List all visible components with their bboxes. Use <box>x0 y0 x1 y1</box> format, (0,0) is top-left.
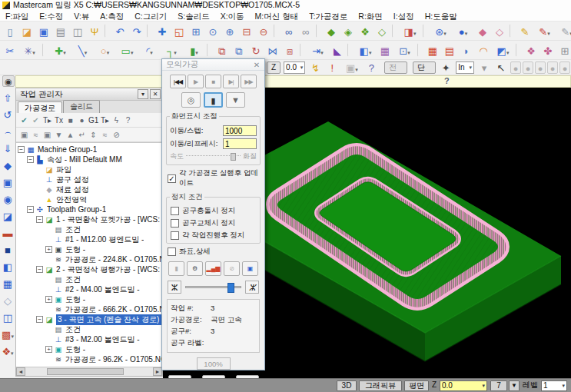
menu-item[interactable]: H:도움말 <box>420 11 463 22</box>
toolpath-display-icon[interactable]: ≈ <box>30 128 41 141</box>
stop-button[interactable]: ■ <box>205 75 221 88</box>
solid-block-icon[interactable]: ■ <box>1 241 15 258</box>
checkbox-checked-icon[interactable]: ✓ <box>168 174 176 183</box>
rewind-button[interactable]: |◀◀ <box>170 75 186 88</box>
tree-row[interactable]: ▤ 조건 <box>16 274 162 284</box>
solid-trim-icon[interactable]: ◧ <box>1 258 15 275</box>
xform-offset-icon[interactable]: ⇥ <box>307 42 329 58</box>
quality-slider[interactable] <box>186 155 241 158</box>
menu-item[interactable]: I:설정 <box>388 11 420 22</box>
view-cube-icon[interactable]: ◨ <box>399 23 421 39</box>
xform-mirror-icon[interactable]: ⋈ <box>264 42 281 58</box>
simulate-dialog-titlebar[interactable]: 모의가공 ✕ <box>162 59 264 71</box>
checkbox-unchecked-icon[interactable] <box>171 219 179 228</box>
stop-condition-check[interactable]: 공구교체시 정지 <box>171 218 256 228</box>
create-primitives-icon[interactable]: ▮ <box>183 42 205 58</box>
save-stock-button[interactable]: ▣ <box>242 261 258 276</box>
verify-icon[interactable]: ● <box>76 114 88 126</box>
attributes-warn-icon[interactable]: ! <box>324 61 340 75</box>
solid-loft-icon[interactable]: ⇓ <box>1 140 15 157</box>
plane-button[interactable]: 평면 <box>404 380 429 391</box>
solid-sweep-icon[interactable]: ⌢ <box>1 123 15 140</box>
tree-row[interactable]: ≋ 가공경로 - 224.8K - O1705.NC - <box>16 254 162 264</box>
selection-mask-circle-icon[interactable]: ● <box>559 61 570 74</box>
only-display-icon[interactable]: ≈ <box>99 128 111 141</box>
separator[interactable] <box>347 43 353 57</box>
create-arc-icon[interactable]: ○ <box>94 42 116 58</box>
zoom-out-icon[interactable]: ⊖ <box>255 23 272 39</box>
single-display-icon[interactable]: ⊘ <box>111 128 122 141</box>
solid-extrude-icon[interactable]: ⇧ <box>1 89 15 106</box>
print-icon[interactable]: ▤ <box>52 23 69 39</box>
tree-expander[interactable] <box>36 166 43 173</box>
z-status-combo[interactable]: 0.0▾ <box>440 380 487 391</box>
tree-expander[interactable] <box>36 186 43 193</box>
level-label[interactable]: 레벨 <box>523 380 538 391</box>
solid-transparent-icon[interactable]: ◇ <box>1 292 15 309</box>
solid-fillet-icon[interactable]: ◆ <box>1 157 15 174</box>
menu-item[interactable]: M:머신 형태 <box>250 11 304 22</box>
disabled-style-icon[interactable]: ▣ <box>340 61 363 75</box>
view-3d-button[interactable]: 3D <box>337 380 357 391</box>
iso-view-icon[interactable]: ◆ <box>323 23 340 39</box>
menu-item[interactable]: C:그리기 <box>129 11 172 22</box>
separator[interactable] <box>207 43 212 57</box>
highfeed-icon[interactable]: T▸ <box>99 114 111 126</box>
create-point-icon[interactable]: ✚ <box>49 42 71 58</box>
solid-history-icon[interactable]: ❖ <box>1 343 15 360</box>
separator[interactable] <box>516 43 521 57</box>
tree-expander[interactable]: + <box>45 296 52 303</box>
dynamic-plane-icon[interactable]: ◧ <box>354 42 377 58</box>
level-combo[interactable]: 1▾ <box>541 380 567 391</box>
xform-scale-icon[interactable]: ⧈ <box>281 42 298 58</box>
solid-boolean-icon[interactable]: ◉ <box>1 191 15 208</box>
wcs-outline-icon[interactable]: ◇ <box>491 23 508 39</box>
lock-posting-icon[interactable]: ▣ <box>41 128 53 141</box>
surface-sweep-icon[interactable]: ◠ <box>475 42 492 58</box>
toolbox-button[interactable]: ▮ <box>168 261 184 276</box>
checkbox-unchecked-icon[interactable] <box>171 207 179 215</box>
xform-project-icon[interactable]: ◣ <box>329 42 346 58</box>
tree-row[interactable]: ⊥ #2 - M4.00 볼엔드밀 - <box>16 284 162 294</box>
stop-condition-check[interactable]: 각 작업진행후 정지 <box>171 231 256 241</box>
tree-expander[interactable]: − <box>27 156 34 163</box>
save-icon[interactable]: ▣ <box>35 23 52 39</box>
create-rectangle-icon[interactable]: ▭ <box>116 42 138 58</box>
tree-expander[interactable] <box>45 336 52 343</box>
panel-close-button[interactable]: ✕ <box>150 89 161 99</box>
speed-slider-thumb[interactable] <box>227 283 234 293</box>
separator[interactable] <box>392 24 397 38</box>
play-button[interactable]: ▶ <box>188 75 204 88</box>
tree-row[interactable]: ⊥ #3 - M2.00 볼엔드밀 - <box>16 334 162 344</box>
separator[interactable] <box>274 24 279 38</box>
create-polyline-icon[interactable]: ┐ <box>161 42 183 58</box>
checkbox-unchecked-icon[interactable] <box>171 231 179 240</box>
machine-group-icon[interactable]: ✤ <box>539 42 556 58</box>
prompt-camera-icon[interactable]: ◉ <box>2 75 15 87</box>
tree-expander[interactable] <box>45 276 52 283</box>
tree-row[interactable]: − ◪ 3 - 곡면 고속 (펜슬 잔삭 경로) - [WC <box>16 314 162 324</box>
separator[interactable] <box>147 24 152 38</box>
manager-tab[interactable]: 가공경로 <box>18 101 62 113</box>
iso-wireframe-view-icon[interactable]: ❖ <box>357 23 373 39</box>
tree-row[interactable]: − ▦ Machine Group-1 <box>16 145 162 154</box>
scroll-left-icon[interactable]: ◄ <box>16 367 25 376</box>
tree-row[interactable]: − ✣ Toolpath Group-1 <box>16 204 162 214</box>
separator[interactable] <box>423 24 428 38</box>
z-depth-combo[interactable]: 0.0▾ <box>284 61 305 74</box>
fast-forward-button[interactable]: ▶▶ <box>241 75 257 88</box>
create-fillet-icon[interactable]: ◜ <box>138 42 161 58</box>
quality-slider-thumb[interactable] <box>231 153 236 161</box>
tree-row[interactable]: ≋ 가공경로 - 666.2K - O1705.NC - <box>16 304 162 314</box>
solid-grid-icon[interactable]: ▦ <box>1 275 15 292</box>
tree-expander[interactable] <box>45 306 52 313</box>
attribute-arrow-button[interactable]: ▼ <box>509 380 520 391</box>
tree-expander[interactable] <box>45 356 52 363</box>
separator[interactable] <box>510 24 515 38</box>
tree-expander[interactable]: + <box>45 246 52 253</box>
delete-entities-icon[interactable]: ✂ <box>2 42 18 58</box>
attribute-pencil-icon[interactable]: ✎ <box>516 23 533 39</box>
no-tool-button[interactable]: ⊘ <box>224 261 240 276</box>
tree-expander[interactable] <box>36 196 43 203</box>
walk-slow-icon[interactable]: ⵣ <box>168 281 181 294</box>
